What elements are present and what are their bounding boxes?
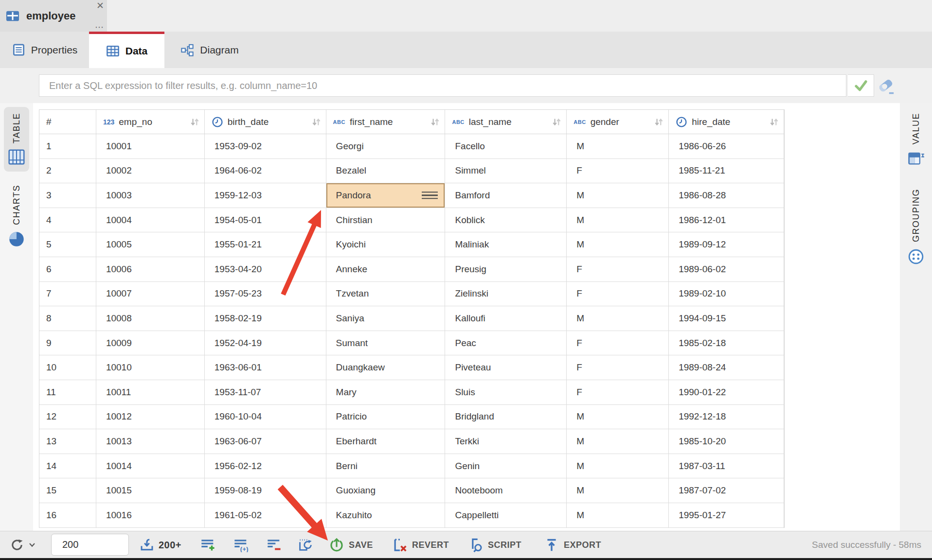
- table-cell[interactable]: M: [567, 208, 669, 232]
- row-number[interactable]: 4: [39, 208, 96, 232]
- editor-tab-employee[interactable]: employee ✕ ⋯: [0, 0, 107, 32]
- table-cell[interactable]: Maliniak: [445, 232, 567, 257]
- table-cell[interactable]: M: [567, 306, 669, 331]
- row-number[interactable]: 12: [39, 405, 96, 429]
- tab-properties[interactable]: Properties: [2, 32, 88, 68]
- refresh-button[interactable]: [10, 531, 36, 559]
- table-cell[interactable]: Piveteau: [445, 355, 567, 380]
- table-cell[interactable]: 10010: [96, 355, 205, 380]
- table-cell[interactable]: Koblick: [445, 208, 567, 232]
- clear-filter-button[interactable]: [876, 75, 897, 97]
- row-number[interactable]: 11: [39, 380, 96, 404]
- tab-overflow-icon[interactable]: ⋯: [95, 24, 104, 31]
- table-cell[interactable]: 10007: [96, 282, 205, 306]
- table-cell[interactable]: 1989-06-02: [669, 257, 784, 281]
- table-cell[interactable]: 10005: [96, 232, 205, 257]
- table-cell[interactable]: Nooteboom: [445, 478, 567, 503]
- table-cell[interactable]: M: [567, 454, 669, 478]
- table-cell[interactable]: Bezalel: [326, 159, 446, 183]
- table-cell[interactable]: 1954-05-01: [205, 208, 326, 232]
- rail-item-value[interactable]: VALUE: [900, 113, 932, 167]
- table-cell[interactable]: 10001: [96, 134, 205, 158]
- table-cell[interactable]: M: [567, 503, 669, 527]
- apply-filter-button[interactable]: [848, 74, 874, 97]
- table-cell[interactable]: 1963-06-01: [205, 355, 326, 380]
- table-cell[interactable]: 10004: [96, 208, 205, 232]
- column-header-hire_date[interactable]: hire_date: [669, 110, 784, 134]
- table-cell[interactable]: 1989-02-10: [669, 282, 784, 306]
- fetch-size-input[interactable]: [51, 534, 129, 556]
- column-header-birth_date[interactable]: birth_date: [205, 110, 326, 134]
- row-number[interactable]: 13: [39, 429, 96, 454]
- table-cell[interactable]: M: [567, 478, 669, 503]
- generate-mock-data-button[interactable]: [298, 531, 313, 559]
- table-cell[interactable]: 1963-06-07: [205, 429, 326, 454]
- table-cell[interactable]: 1995-01-27: [669, 503, 784, 527]
- fetch-next-page-button[interactable]: 200+: [140, 531, 181, 559]
- table-cell[interactable]: Terkki: [445, 429, 567, 454]
- row-number[interactable]: 5: [39, 232, 96, 257]
- table-cell[interactable]: 1953-09-02: [205, 134, 326, 158]
- table-cell[interactable]: 1957-05-23: [205, 282, 326, 306]
- table-cell[interactable]: 10011: [96, 380, 205, 404]
- table-cell[interactable]: 10014: [96, 454, 205, 478]
- table-cell[interactable]: 1987-07-02: [669, 478, 784, 503]
- row-number[interactable]: 7: [39, 282, 96, 306]
- table-cell[interactable]: 1992-12-18: [669, 405, 784, 429]
- column-header-last_name[interactable]: ABClast_name: [445, 110, 567, 134]
- duplicate-row-button[interactable]: (+): [233, 531, 249, 559]
- table-cell[interactable]: F: [567, 380, 669, 404]
- row-number[interactable]: 1: [39, 134, 96, 158]
- table-cell[interactable]: 1959-08-19: [205, 478, 326, 503]
- table-cell[interactable]: Peac: [445, 331, 567, 355]
- column-header-emp_no[interactable]: 123emp_no: [96, 110, 205, 134]
- table-cell[interactable]: F: [567, 282, 669, 306]
- table-cell[interactable]: M: [567, 232, 669, 257]
- row-number[interactable]: 10: [39, 355, 96, 380]
- table-cell[interactable]: 1961-05-02: [205, 503, 326, 527]
- tab-data[interactable]: Data: [89, 32, 164, 68]
- table-cell[interactable]: 10008: [96, 306, 205, 331]
- table-cell[interactable]: F: [567, 331, 669, 355]
- table-cell[interactable]: M: [567, 134, 669, 158]
- table-cell[interactable]: Chirstian: [326, 208, 446, 232]
- table-cell[interactable]: F: [567, 257, 669, 281]
- save-button[interactable]: SAVE: [329, 531, 373, 559]
- table-cell[interactable]: 1985-10-20: [669, 429, 784, 454]
- table-cell[interactable]: 1987-03-11: [669, 454, 784, 478]
- table-cell[interactable]: Sumant: [326, 331, 446, 355]
- row-number[interactable]: 14: [39, 454, 96, 478]
- table-cell[interactable]: 10003: [96, 183, 205, 208]
- table-cell[interactable]: 1952-04-19: [205, 331, 326, 355]
- row-number[interactable]: 2: [39, 159, 96, 183]
- add-row-button[interactable]: [200, 531, 216, 559]
- table-cell[interactable]: Tzvetan: [326, 282, 446, 306]
- table-cell[interactable]: Saniya: [326, 306, 446, 331]
- table-cell[interactable]: 1958-02-19: [205, 306, 326, 331]
- rail-item-grouping[interactable]: GROUPING: [900, 189, 932, 265]
- tab-diagram[interactable]: Diagram: [164, 32, 255, 68]
- table-cell[interactable]: Facello: [445, 134, 567, 158]
- table-cell[interactable]: 10002: [96, 159, 205, 183]
- table-cell[interactable]: 10013: [96, 429, 205, 454]
- table-cell[interactable]: Cappelletti: [445, 503, 567, 527]
- table-cell[interactable]: M: [567, 183, 669, 208]
- table-cell[interactable]: 10009: [96, 331, 205, 355]
- sql-filter-input[interactable]: [39, 74, 846, 97]
- table-cell[interactable]: Patricio: [326, 405, 446, 429]
- table-cell[interactable]: 1989-08-24: [669, 355, 784, 380]
- table-cell[interactable]: Genin: [445, 454, 567, 478]
- table-cell[interactable]: 10006: [96, 257, 205, 281]
- row-number[interactable]: 15: [39, 478, 96, 503]
- table-cell[interactable]: 1953-04-20: [205, 257, 326, 281]
- table-cell[interactable]: Guoxiang: [326, 478, 446, 503]
- close-icon[interactable]: ✕: [96, 0, 104, 12]
- column-header-gender[interactable]: ABCgender: [567, 110, 669, 134]
- cell-menu-icon[interactable]: [422, 190, 438, 201]
- table-cell[interactable]: 1985-02-18: [669, 331, 784, 355]
- table-cell[interactable]: F: [567, 355, 669, 380]
- table-cell[interactable]: 1986-12-01: [669, 208, 784, 232]
- table-cell[interactable]: Bamford: [445, 183, 567, 208]
- table-cell[interactable]: Mary: [326, 380, 446, 404]
- table-cell[interactable]: Berni: [326, 454, 446, 478]
